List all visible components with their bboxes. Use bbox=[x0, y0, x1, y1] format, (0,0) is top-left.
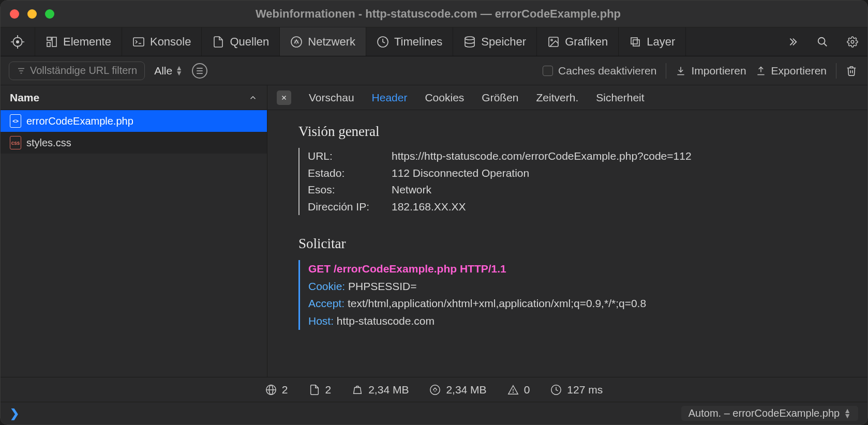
close-icon bbox=[280, 94, 288, 101]
url-filter-input[interactable]: Vollständige URL filtern bbox=[9, 62, 145, 80]
overview-row: Esos:Network bbox=[308, 181, 842, 199]
group-button[interactable] bbox=[192, 63, 207, 79]
maximize-window-button[interactable] bbox=[45, 9, 54, 19]
divider bbox=[666, 63, 666, 79]
file-icon: css bbox=[10, 136, 21, 149]
detail-tabs: Vorschau Header Cookies Größen Zeitverh.… bbox=[267, 85, 867, 110]
settings-button[interactable] bbox=[837, 27, 867, 56]
export-label: Exportieren bbox=[771, 65, 827, 77]
tab-quellen[interactable]: Quellen bbox=[202, 27, 280, 56]
graphics-icon bbox=[547, 36, 560, 48]
tab-netzwerk[interactable]: Netzwerk bbox=[280, 27, 366, 56]
tab-label: Timelines bbox=[394, 35, 442, 49]
warning-icon bbox=[507, 384, 519, 396]
timelines-icon bbox=[377, 36, 389, 48]
clear-button[interactable] bbox=[846, 65, 859, 77]
export-button[interactable]: Exportieren bbox=[756, 65, 827, 77]
weight-icon bbox=[352, 384, 363, 396]
stat-resources: 2 bbox=[309, 384, 332, 396]
svg-point-11 bbox=[291, 37, 302, 47]
request-block: GET /errorCodeExample.php HTTP/1.1 Cooki… bbox=[298, 260, 842, 329]
search-button[interactable] bbox=[807, 27, 837, 56]
import-button[interactable]: Importieren bbox=[676, 65, 746, 77]
status-bar: 2 2 2,34 MB 2,34 MB 0 127 ms bbox=[1, 377, 867, 402]
tab-label: Netzwerk bbox=[308, 35, 355, 49]
console-icon bbox=[132, 36, 145, 48]
close-window-button[interactable] bbox=[10, 9, 19, 19]
svg-point-13 bbox=[465, 37, 474, 40]
overview-title: Visión general bbox=[298, 124, 842, 140]
request-first-line: GET /errorCodeExample.php HTTP/1.1 bbox=[308, 260, 842, 278]
storage-icon bbox=[463, 36, 476, 48]
sidebar-header[interactable]: Name bbox=[1, 85, 267, 110]
tab-speicher[interactable]: Speicher bbox=[453, 27, 537, 56]
dropdown-label: Alle bbox=[154, 65, 172, 77]
request-header-row: Accept: text/html,application/xhtml+xml,… bbox=[308, 295, 842, 312]
detail-tab-header[interactable]: Header bbox=[372, 92, 408, 104]
checkbox-box bbox=[543, 66, 553, 76]
type-filter-dropdown[interactable]: Alle ▲▼ bbox=[154, 65, 183, 77]
detail-tab-vorschau[interactable]: Vorschau bbox=[309, 92, 354, 104]
request-row[interactable]: css styles.css bbox=[1, 132, 267, 154]
svg-point-31 bbox=[513, 392, 513, 392]
layers-icon bbox=[629, 36, 641, 48]
detail-tab-groessen[interactable]: Größen bbox=[482, 92, 518, 104]
overview-row: URL:https://http-statuscode.com/errorCod… bbox=[308, 148, 842, 165]
updown-icon: ▲▼ bbox=[175, 66, 183, 76]
svg-point-29 bbox=[430, 385, 440, 394]
detail-tab-sicherheit[interactable]: Sicherheit bbox=[596, 92, 644, 104]
close-detail-button[interactable] bbox=[277, 90, 291, 105]
svg-rect-6 bbox=[47, 37, 51, 40]
elements-icon bbox=[46, 36, 58, 48]
detail-panel: Vorschau Header Cookies Größen Zeitverh.… bbox=[267, 85, 867, 377]
svg-point-1 bbox=[17, 40, 19, 42]
divider bbox=[836, 63, 836, 79]
tab-label: Speicher bbox=[481, 35, 526, 49]
request-list: <> errorCodeExample.php css styles.css bbox=[1, 110, 267, 377]
window-title: Webinformationen - http-statuscode.com —… bbox=[54, 7, 858, 21]
minimize-window-button[interactable] bbox=[27, 9, 37, 19]
import-label: Importieren bbox=[691, 65, 746, 77]
requests-sidebar: Name <> errorCodeExample.php css styles.… bbox=[1, 85, 267, 377]
svg-point-20 bbox=[851, 40, 854, 43]
detail-body: Visión general URL:https://http-statusco… bbox=[267, 110, 867, 377]
sources-icon bbox=[212, 36, 225, 48]
context-label: Autom. – errorCodeExample.php bbox=[689, 407, 840, 419]
stat-domains: 2 bbox=[265, 384, 288, 396]
transfer-icon bbox=[429, 384, 441, 396]
clock-icon bbox=[550, 384, 562, 396]
tab-grafiken[interactable]: Grafiken bbox=[537, 27, 619, 56]
network-icon bbox=[290, 36, 303, 48]
console-prompt-icon[interactable]: ❯ bbox=[10, 407, 19, 420]
disable-caches-checkbox[interactable]: Caches deaktivieren bbox=[543, 65, 656, 77]
export-icon bbox=[756, 66, 766, 76]
tab-label: Layer bbox=[647, 35, 675, 49]
import-icon bbox=[676, 66, 686, 76]
request-header-row: Cookie: PHPSESSID= bbox=[308, 278, 842, 295]
svg-rect-7 bbox=[47, 42, 50, 47]
checkbox-label: Caches deaktivieren bbox=[558, 65, 656, 77]
context-selector[interactable]: Autom. – errorCodeExample.php ▲▼ bbox=[681, 406, 858, 421]
inspect-element-button[interactable] bbox=[1, 27, 35, 56]
request-name: errorCodeExample.php bbox=[26, 115, 133, 127]
detail-tab-cookies[interactable]: Cookies bbox=[425, 92, 464, 104]
detail-tab-zeitverh[interactable]: Zeitverh. bbox=[536, 92, 579, 104]
tab-label: Konsole bbox=[150, 35, 191, 49]
svg-line-19 bbox=[824, 43, 827, 46]
search-icon bbox=[817, 36, 828, 48]
filter-icon bbox=[17, 66, 26, 75]
tab-timelines[interactable]: Timelines bbox=[366, 27, 453, 56]
tab-label: Elemente bbox=[63, 35, 111, 49]
tab-elemente[interactable]: Elemente bbox=[35, 27, 122, 56]
overview-block: URL:https://http-statuscode.com/errorCod… bbox=[298, 148, 842, 215]
stat-errors: 0 bbox=[507, 384, 530, 396]
sort-arrow-icon bbox=[248, 93, 258, 102]
chevrons-right-icon bbox=[787, 36, 798, 48]
tabs-overflow-button[interactable] bbox=[777, 27, 807, 56]
overview-row: Dirección IP:182.168.XX.XX bbox=[308, 199, 842, 216]
request-row[interactable]: <> errorCodeExample.php bbox=[1, 110, 267, 132]
tab-konsole[interactable]: Konsole bbox=[122, 27, 202, 56]
svg-rect-17 bbox=[633, 40, 639, 46]
svg-rect-9 bbox=[133, 38, 144, 46]
tab-layer[interactable]: Layer bbox=[619, 27, 686, 56]
